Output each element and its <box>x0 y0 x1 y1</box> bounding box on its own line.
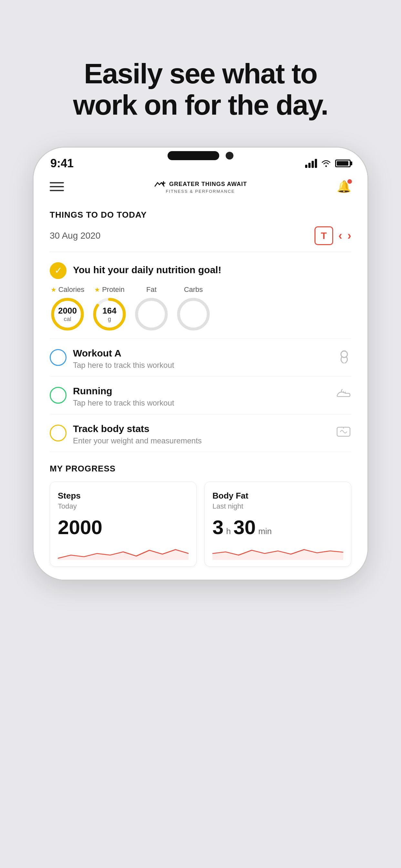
running-title: Running <box>73 385 329 397</box>
wifi-icon <box>321 160 331 167</box>
signal-icon <box>305 159 317 168</box>
status-time: 9:41 <box>50 157 73 170</box>
date-text: 30 Aug 2020 <box>50 230 100 241</box>
carbs-label: Carbs <box>184 285 203 294</box>
carbs-circle: Carbs <box>176 285 211 332</box>
nutrition-title: You hit your daily nutrition goal! <box>73 265 221 275</box>
body-stats-checkbox[interactable] <box>50 425 66 441</box>
date-row: 30 Aug 2020 T ‹ › <box>50 223 351 252</box>
calories-circle: ★ Calories 2000 cal <box>50 285 85 332</box>
running-task[interactable]: Running Tap here to track this workout <box>50 376 351 414</box>
shoe-icon <box>336 387 351 403</box>
brand-logo: GREATER THINGS AWAIT FITNESS & PERFORMAN… <box>154 180 247 194</box>
body-fat-min-unit: min <box>258 526 272 536</box>
running-checkbox[interactable] <box>50 387 66 404</box>
date-controls: T ‹ › <box>314 226 351 245</box>
battery-icon <box>335 159 351 167</box>
progress-section: MY PROGRESS Steps Today 2000 <box>50 452 351 567</box>
calories-star: ★ <box>51 286 57 293</box>
notification-bell[interactable]: 🔔 <box>337 180 351 193</box>
body-fat-h-unit: h <box>226 526 230 536</box>
protein-star: ★ <box>94 286 100 293</box>
prev-day-button[interactable]: ‹ <box>338 229 342 243</box>
running-subtitle: Tap here to track this workout <box>73 399 329 407</box>
fat-circle: Fat <box>134 285 169 332</box>
calories-ring: 2000 cal <box>50 297 85 332</box>
fat-label: Fat <box>146 285 157 294</box>
calories-label: Calories <box>58 285 85 294</box>
kettlebell-icon <box>337 349 351 366</box>
body-fat-sublabel: Last night <box>212 502 343 510</box>
carbs-ring <box>176 297 211 332</box>
nutrition-checkbox[interactable]: ✓ <box>50 262 66 279</box>
progress-cards: Steps Today 2000 Body Fat Last night <box>50 482 351 567</box>
notch-pill <box>167 151 219 160</box>
phone-notch <box>146 148 255 164</box>
notification-dot <box>347 179 352 184</box>
body-fat-sparkline <box>212 544 343 560</box>
brand-sub: FITNESS & PERFORMANCE <box>166 189 235 194</box>
scale-icon <box>336 425 351 440</box>
workout-a-title: Workout A <box>73 348 331 359</box>
app-header: GREATER THINGS AWAIT FITNESS & PERFORMAN… <box>34 174 367 200</box>
status-icons <box>305 159 351 168</box>
body-stats-task[interactable]: Track body stats Enter your weight and m… <box>50 414 351 452</box>
menu-button[interactable] <box>50 182 64 191</box>
phone-mockup: 9:41 <box>33 147 368 581</box>
steps-sparkline <box>58 544 189 560</box>
steps-card[interactable]: Steps Today 2000 <box>50 482 197 567</box>
progress-title: MY PROGRESS <box>50 464 351 474</box>
nutrition-circles: ★ Calories 2000 cal <box>50 285 351 332</box>
section-title: THINGS TO DO TODAY <box>50 200 351 223</box>
protein-circle: ★ Protein 164 g <box>92 285 127 332</box>
workout-a-subtitle: Tap here to track this workout <box>73 361 331 370</box>
body-fat-hours: 3 <box>212 516 223 538</box>
body-stats-title: Track body stats <box>73 423 329 434</box>
notch-dot <box>226 152 234 159</box>
svg-point-5 <box>179 299 208 329</box>
body-fat-value-row: 3 h 30 min <box>212 516 343 538</box>
workout-a-task[interactable]: Workout A Tap here to track this workout <box>50 339 351 376</box>
today-button[interactable]: T <box>314 226 333 245</box>
svg-point-4 <box>136 299 166 329</box>
steps-card-label: Steps <box>58 491 189 501</box>
body-fat-label: Body Fat <box>212 491 343 501</box>
protein-label: Protein <box>102 285 125 294</box>
body-fat-card[interactable]: Body Fat Last night 3 h 30 min <box>204 482 351 567</box>
body-stats-subtitle: Enter your weight and measurements <box>73 436 329 445</box>
fat-ring <box>134 297 169 332</box>
main-content: THINGS TO DO TODAY 30 Aug 2020 T ‹ › ✓ Y… <box>34 200 367 580</box>
hero-section: Easily see what to work on for the day. <box>55 58 346 121</box>
protein-ring: 164 g <box>92 297 127 332</box>
nutrition-task: ✓ You hit your daily nutrition goal! ★ C… <box>50 252 351 339</box>
workout-a-checkbox[interactable] <box>50 349 66 366</box>
steps-card-sublabel: Today <box>58 502 189 510</box>
next-day-button[interactable]: › <box>347 229 351 243</box>
hero-title: Easily see what to work on for the day. <box>55 58 346 121</box>
brand-name: GREATER THINGS AWAIT <box>169 181 247 188</box>
body-fat-mins: 30 <box>234 516 256 538</box>
brand-icon <box>154 180 166 189</box>
svg-point-6 <box>341 351 347 358</box>
steps-value: 2000 <box>58 516 189 538</box>
